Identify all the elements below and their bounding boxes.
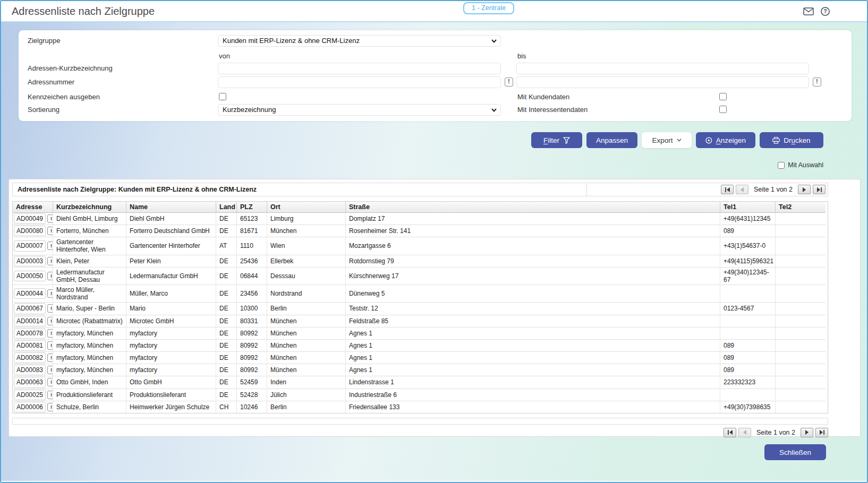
- adressnummer-von-lookup-icon[interactable]: !: [505, 77, 513, 87]
- address-id-box[interactable]: AD00006: [14, 402, 46, 412]
- table-row[interactable]: AD00049 ! Diehl GmbH, Limburg Diehl GmbH…: [13, 213, 828, 225]
- table-row[interactable]: AD00003 ! Klein, Peter Peter Klein DE 25…: [13, 255, 828, 268]
- kurzbezeichnung-bis-input[interactable]: [516, 63, 809, 74]
- table-row[interactable]: AD00063 ! Otto GmbH, Inden Otto GmbH DE …: [13, 376, 828, 389]
- anzeigen-button[interactable]: Anzeigen: [696, 132, 755, 148]
- result-panel: Adressenliste nach Zielgruppe: Kunden mi…: [8, 179, 861, 437]
- table-row[interactable]: AD00014 ! Microtec (Rabattmatrix) Microt…: [13, 315, 828, 327]
- row-detail-icon[interactable]: !: [47, 378, 53, 386]
- col-header-kurzbezeichnung[interactable]: Kurzbezeichnung: [53, 202, 126, 213]
- address-id-box[interactable]: AD00049: [14, 213, 46, 224]
- table-row[interactable]: AD00067 ! Mario, Super - Berlin Mario DE…: [13, 303, 828, 315]
- address-id-box[interactable]: AD00014: [14, 316, 46, 326]
- address-id-box[interactable]: AD00081: [14, 340, 46, 351]
- last-page-button[interactable]: [815, 428, 828, 437]
- row-detail-icon[interactable]: !: [47, 317, 53, 325]
- cell-tel1: +49(6431)12345: [720, 213, 776, 225]
- row-detail-icon[interactable]: !: [47, 214, 53, 223]
- table-row[interactable]: AD00082 ! myfactory, München myfactory D…: [13, 352, 828, 364]
- zielgruppe-select[interactable]: Kunden mit ERP-Lizenz & ohne CRM-Lizenz: [218, 35, 501, 47]
- row-detail-icon[interactable]: !: [47, 304, 53, 313]
- first-page-button[interactable]: [721, 185, 734, 194]
- table-row[interactable]: AD00044 ! Marco Müller, Nordstrand Mülle…: [13, 285, 828, 303]
- mit-kundendaten-checkbox[interactable]: [719, 93, 727, 100]
- col-header-tel2[interactable]: Tel2: [776, 202, 826, 213]
- table-row[interactable]: AD00025 ! Produktionslieferant Produktio…: [13, 389, 828, 401]
- adressnummer-bis-input[interactable]: [516, 76, 809, 88]
- zielgruppe-value: Kunden mit ERP-Lizenz & ohne CRM-Lizenz: [223, 37, 360, 45]
- col-header-land[interactable]: Land: [216, 202, 237, 213]
- row-detail-icon[interactable]: !: [47, 391, 53, 399]
- drucken-button[interactable]: Drucken: [760, 132, 823, 148]
- col-header-strasse[interactable]: Straße: [346, 202, 720, 213]
- table-row[interactable]: AD00050 ! Ledermanufactur GmbH, Dessau L…: [13, 268, 828, 285]
- last-page-button[interactable]: [813, 185, 826, 194]
- next-page-button[interactable]: [798, 185, 811, 194]
- cell-adresse: AD00067 !: [13, 303, 53, 315]
- col-header-tel1[interactable]: Tel1: [720, 202, 776, 213]
- kurzbezeichnung-von-input[interactable]: [218, 63, 501, 74]
- row-detail-icon[interactable]: !: [47, 272, 53, 280]
- col-header-ort[interactable]: Ort: [267, 202, 346, 213]
- row-detail-icon[interactable]: !: [47, 353, 53, 362]
- address-id-box[interactable]: AD00044: [14, 288, 46, 299]
- next-page-button[interactable]: [801, 428, 813, 437]
- row-detail-icon[interactable]: !: [47, 341, 53, 350]
- prev-page-button[interactable]: [738, 428, 751, 437]
- mit-interessenten-checkbox[interactable]: [719, 106, 727, 113]
- row-detail-icon[interactable]: !: [47, 329, 53, 338]
- table-row[interactable]: AD00081 ! myfactory, München myfactory D…: [13, 340, 828, 352]
- kennzeichen-checkbox[interactable]: [219, 93, 226, 100]
- row-detail-icon[interactable]: !: [47, 242, 53, 250]
- cell-adresse: AD00003 !: [13, 255, 53, 268]
- row-detail-icon[interactable]: !: [47, 403, 53, 411]
- address-id-box[interactable]: AD00078: [14, 328, 46, 339]
- filter-button-label: Filter: [543, 136, 559, 144]
- table-row[interactable]: AD00007 ! Gartencenter Hinterhofer, Wien…: [13, 237, 828, 255]
- cell-name: Forterro Deutschland GmbH: [126, 225, 216, 237]
- address-id-box[interactable]: AD00083: [14, 365, 46, 375]
- tenant-badge[interactable]: 1 - Zentrale: [463, 2, 514, 14]
- cell-tel1: 089: [720, 340, 776, 352]
- cell-adresse: AD00083 !: [13, 364, 53, 376]
- table-row[interactable]: AD00083 ! myfactory, München myfactory D…: [13, 364, 828, 376]
- cell-strasse: Lindenstrasse 1: [346, 376, 720, 389]
- row-detail-icon[interactable]: !: [47, 257, 53, 265]
- cell-tel1: +49(4115)596321: [720, 255, 776, 268]
- export-button[interactable]: Export: [642, 132, 692, 148]
- row-detail-icon[interactable]: !: [47, 227, 53, 235]
- address-id-box[interactable]: AD00082: [14, 352, 46, 363]
- address-id-box[interactable]: AD00003: [14, 256, 46, 266]
- row-detail-icon[interactable]: !: [47, 289, 53, 298]
- adressnummer-bis-lookup-icon[interactable]: !: [813, 77, 821, 87]
- cell-adresse: AD00044 !: [13, 285, 53, 303]
- address-id-box[interactable]: AD00025: [14, 390, 46, 400]
- address-id-box[interactable]: AD00007: [14, 240, 46, 251]
- col-header-plz[interactable]: PLZ: [237, 202, 267, 213]
- sortierung-select[interactable]: Kurzbezeichnung: [218, 104, 501, 116]
- address-id-box[interactable]: AD00050: [14, 271, 46, 281]
- table-row[interactable]: AD00078 ! myfactory, München myfactory D…: [13, 327, 828, 340]
- cell-ort: München: [267, 225, 346, 237]
- anpassen-button[interactable]: Anpassen: [586, 132, 637, 148]
- close-button[interactable]: Schließen: [764, 444, 826, 460]
- prev-page-button[interactable]: [736, 185, 748, 194]
- help-icon[interactable]: ?: [821, 7, 830, 16]
- table-row[interactable]: AD00080 ! Forterro, München Forterro Deu…: [13, 225, 828, 237]
- mail-icon[interactable]: [803, 7, 814, 15]
- col-header-name[interactable]: Name: [126, 202, 216, 213]
- cell-tel2: [776, 389, 826, 401]
- cell-adresse: AD00049 !: [13, 213, 53, 225]
- first-page-button[interactable]: [724, 428, 736, 437]
- filter-button[interactable]: Filter: [531, 132, 582, 148]
- address-id-box[interactable]: AD00067: [14, 303, 46, 314]
- table-row[interactable]: AD00006 ! Schulze, Berlin Heimwerker Jür…: [13, 401, 828, 413]
- col-header-adresse[interactable]: Adresse: [13, 202, 53, 213]
- row-detail-icon[interactable]: !: [47, 366, 53, 374]
- address-id-box[interactable]: AD00063: [14, 377, 46, 387]
- cell-adresse: AD00007 !: [13, 237, 53, 255]
- mit-auswahl-checkbox[interactable]: [778, 162, 785, 169]
- cell-kurzbezeichnung: Ledermanufactur GmbH, Dessau: [53, 268, 126, 285]
- adressnummer-von-input[interactable]: [218, 76, 501, 88]
- address-id-box[interactable]: AD00080: [14, 226, 46, 236]
